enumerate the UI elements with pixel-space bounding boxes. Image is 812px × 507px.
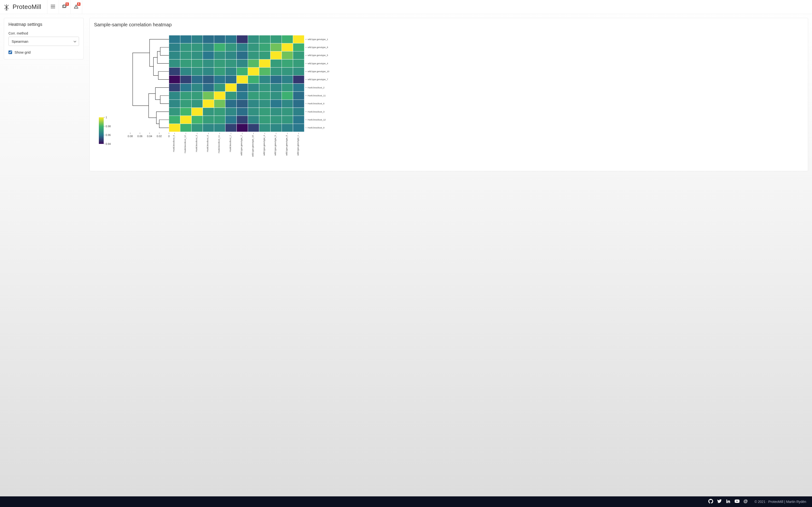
svg-rect-24 bbox=[225, 43, 237, 51]
svg-rect-102 bbox=[293, 92, 304, 100]
svg-rect-113 bbox=[282, 100, 293, 108]
svg-text:0.04: 0.04 bbox=[147, 135, 152, 137]
svg-rect-39 bbox=[259, 51, 270, 59]
svg-text:wild.type.genotype_5: wild.type.genotype_5 bbox=[307, 54, 328, 56]
svg-rect-149 bbox=[282, 124, 293, 132]
svg-rect-36 bbox=[225, 51, 237, 59]
svg-point-6 bbox=[76, 7, 77, 8]
svg-rect-80 bbox=[180, 83, 192, 92]
svg-rect-27 bbox=[259, 43, 270, 51]
svg-rect-111 bbox=[259, 100, 270, 108]
heatmap-plot[interactable]: wild.type.genotype_1wild.type.genotype_8… bbox=[94, 31, 804, 166]
svg-text:Hunk.knockout_11: Hunk.knockout_11 bbox=[218, 135, 220, 153]
svg-rect-40 bbox=[270, 51, 282, 59]
svg-rect-21 bbox=[191, 43, 203, 51]
svg-text:wild.type.genotype_7: wild.type.genotype_7 bbox=[307, 78, 328, 80]
notifications-button[interactable]: 5 bbox=[59, 0, 70, 14]
svg-text:0.06: 0.06 bbox=[137, 135, 142, 137]
svg-rect-88 bbox=[270, 83, 282, 92]
svg-rect-104 bbox=[180, 100, 192, 108]
svg-rect-11 bbox=[214, 35, 225, 43]
svg-rect-13 bbox=[237, 35, 248, 43]
svg-rect-106 bbox=[203, 100, 214, 108]
svg-rect-95 bbox=[214, 92, 225, 100]
svg-rect-85 bbox=[237, 83, 248, 92]
at-icon[interactable]: @ bbox=[744, 499, 748, 505]
svg-rect-84 bbox=[225, 83, 237, 92]
svg-rect-134 bbox=[248, 116, 259, 124]
app-header: ProteoMill 5 6 bbox=[0, 0, 812, 14]
svg-rect-89 bbox=[282, 83, 293, 92]
twitter-icon[interactable] bbox=[717, 499, 722, 505]
svg-rect-112 bbox=[270, 100, 282, 108]
svg-rect-35 bbox=[214, 51, 225, 59]
svg-rect-7 bbox=[169, 35, 180, 43]
show-grid-row[interactable]: Show grid bbox=[8, 50, 79, 54]
svg-text:wild.type.genotype_8: wild.type.genotype_8 bbox=[286, 135, 288, 156]
svg-rect-31 bbox=[169, 51, 180, 59]
brand: ProteoMill bbox=[3, 3, 47, 11]
svg-text:wild.type.genotype_8: wild.type.genotype_8 bbox=[307, 46, 328, 49]
svg-rect-45 bbox=[191, 59, 203, 67]
show-grid-label: Show grid bbox=[14, 50, 31, 54]
svg-text:Hunk.knockout_6: Hunk.knockout_6 bbox=[206, 135, 209, 152]
header-buttons: 5 6 bbox=[47, 0, 82, 14]
settings-title: Heatmap settings bbox=[8, 22, 79, 27]
windmill-icon bbox=[3, 3, 10, 11]
svg-rect-29 bbox=[282, 43, 293, 51]
svg-rect-209 bbox=[99, 117, 104, 144]
svg-rect-77 bbox=[282, 75, 293, 83]
heatmap-title: Sample-sample correlation heatmap bbox=[94, 22, 804, 27]
svg-rect-120 bbox=[225, 108, 237, 116]
svg-rect-143 bbox=[214, 124, 225, 132]
svg-rect-12 bbox=[225, 35, 237, 43]
svg-rect-147 bbox=[259, 124, 270, 132]
menu-button[interactable] bbox=[47, 0, 59, 14]
svg-rect-53 bbox=[282, 59, 293, 67]
svg-rect-125 bbox=[282, 108, 293, 116]
svg-rect-61 bbox=[237, 67, 248, 75]
svg-rect-41 bbox=[282, 51, 293, 59]
alerts-badge: 6 bbox=[77, 2, 81, 6]
svg-rect-92 bbox=[180, 92, 192, 100]
svg-rect-119 bbox=[214, 108, 225, 116]
svg-text:wild.type.genotype_1: wild.type.genotype_1 bbox=[297, 135, 299, 156]
svg-rect-50 bbox=[248, 59, 259, 67]
svg-rect-116 bbox=[180, 108, 192, 116]
svg-rect-82 bbox=[203, 83, 214, 92]
svg-rect-150 bbox=[293, 124, 304, 132]
svg-text:wild.type.genotype_10: wild.type.genotype_10 bbox=[252, 135, 254, 157]
show-grid-checkbox[interactable] bbox=[8, 50, 12, 54]
svg-text:Hunk.knockout_11: Hunk.knockout_11 bbox=[308, 95, 326, 97]
youtube-icon[interactable] bbox=[734, 499, 740, 505]
svg-rect-73 bbox=[237, 75, 248, 83]
corr-method-select[interactable]: Spearman bbox=[8, 37, 79, 46]
svg-rect-91 bbox=[169, 92, 180, 100]
svg-rect-109 bbox=[237, 100, 248, 108]
svg-rect-98 bbox=[248, 92, 259, 100]
svg-rect-17 bbox=[282, 35, 293, 43]
hamburger-icon bbox=[51, 5, 55, 9]
svg-rect-54 bbox=[293, 59, 304, 67]
heatmap-panel: Sample-sample correlation heatmap wild.t… bbox=[89, 18, 808, 171]
svg-rect-30 bbox=[293, 43, 304, 51]
svg-text:Hunk.knockout_12: Hunk.knockout_12 bbox=[308, 119, 326, 121]
linkedin-icon[interactable] bbox=[726, 499, 730, 505]
svg-rect-9 bbox=[191, 35, 203, 43]
svg-rect-19 bbox=[169, 43, 180, 51]
svg-rect-83 bbox=[214, 83, 225, 92]
svg-text:0.96: 0.96 bbox=[106, 133, 111, 136]
github-icon[interactable] bbox=[708, 499, 713, 505]
svg-rect-124 bbox=[270, 108, 282, 116]
svg-rect-145 bbox=[237, 124, 248, 132]
svg-rect-100 bbox=[270, 92, 282, 100]
svg-rect-132 bbox=[225, 116, 237, 124]
svg-rect-28 bbox=[270, 43, 282, 51]
svg-rect-142 bbox=[203, 124, 214, 132]
alerts-button[interactable]: 6 bbox=[70, 0, 82, 14]
svg-text:wild.type.genotype_4: wild.type.genotype_4 bbox=[263, 135, 265, 156]
svg-rect-47 bbox=[214, 59, 225, 67]
svg-rect-65 bbox=[282, 67, 293, 75]
svg-rect-23 bbox=[214, 43, 225, 51]
svg-rect-141 bbox=[191, 124, 203, 132]
